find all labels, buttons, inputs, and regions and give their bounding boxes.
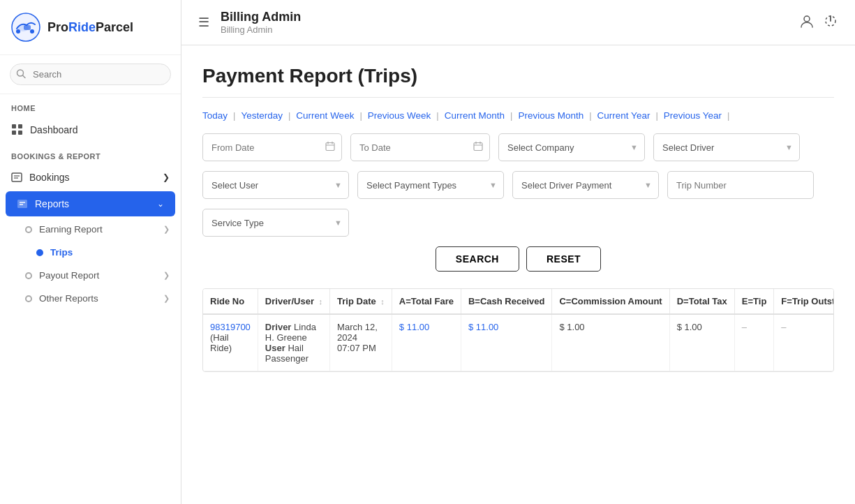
payout-report-dot [25, 272, 32, 279]
select-payment-types-wrap: Select Payment Types ▼ [357, 171, 504, 199]
sidebar-subitem-other-reports[interactable]: Other Reports ❯ [0, 287, 181, 310]
results-table-wrap: Ride No Driver/User ↕ Trip Date ↕ A=Tota… [202, 288, 834, 372]
filter-current-week[interactable]: Current Week [290, 110, 359, 121]
reports-arrow-icon: ⌄ [157, 199, 164, 209]
page-title: Payment Report (Trips) [202, 65, 834, 87]
trip-date-sort-icon[interactable]: ↕ [380, 297, 385, 306]
trip-number-input[interactable] [667, 171, 814, 199]
search-icon [16, 68, 26, 80]
cell-commission: $ 1.00 [552, 314, 669, 371]
svg-point-2 [16, 29, 20, 34]
trips-label: Trips [50, 247, 73, 258]
total-fare-link[interactable]: $ 11.00 [399, 322, 429, 332]
col-total-fare: A=Total Fare [392, 289, 461, 314]
bookings-label: Bookings [29, 172, 70, 183]
ride-type: (Hail Ride) [210, 332, 232, 353]
select-service-type[interactable]: Service Type [202, 209, 349, 237]
svg-rect-8 [18, 124, 22, 128]
ride-no-link[interactable]: 98319700 [210, 322, 251, 332]
from-date-input[interactable] [202, 133, 342, 161]
topbar-main-title: Billing Admin [221, 10, 788, 24]
earning-report-arrow: ❯ [163, 225, 170, 234]
sidebar: ProRideParcel HOME Dashboard BOOKINGS & … [0, 0, 181, 504]
sidebar-section-home: HOME Dashboard [0, 94, 181, 142]
select-driver[interactable]: Select Driver [653, 133, 800, 161]
dashboard-label: Dashboard [30, 124, 78, 135]
col-driver-user: Driver/User ↕ [258, 289, 329, 314]
sidebar-subitem-payout-report[interactable]: Payout Report ❯ [0, 264, 181, 287]
cell-total-fare: $ 11.00 [392, 314, 461, 371]
logo-icon [11, 13, 40, 42]
svg-rect-9 [12, 131, 16, 135]
svg-rect-7 [12, 124, 16, 128]
driver-user-sort-icon[interactable]: ↕ [319, 297, 323, 306]
reports-label: Reports [35, 198, 69, 209]
svg-rect-11 [12, 173, 22, 181]
filter-today[interactable]: Today [202, 110, 233, 121]
user-icon[interactable] [799, 13, 815, 32]
col-trip-date: Trip Date ↕ [330, 289, 392, 314]
col-outstanding: F=Trip Outstanding Amount [774, 289, 834, 314]
sidebar-item-bookings[interactable]: Bookings ❯ [0, 165, 181, 190]
from-date-wrap [202, 133, 342, 161]
filter-previous-month[interactable]: Previous Month [512, 110, 589, 121]
select-user[interactable]: Select User [202, 171, 349, 199]
topbar: ☰ Billing Admin Billing Admin [181, 0, 855, 45]
select-payment-types[interactable]: Select Payment Types [357, 171, 504, 199]
svg-rect-10 [18, 131, 22, 135]
filter-previous-week[interactable]: Previous Week [362, 110, 437, 121]
user-label: User [265, 343, 285, 353]
sidebar-item-reports[interactable]: Reports ⌄ [6, 191, 175, 216]
svg-rect-14 [17, 200, 27, 208]
bookings-arrow-icon: ❯ [163, 172, 170, 182]
payout-report-label: Payout Report [39, 270, 99, 281]
cell-outstanding: – [774, 314, 834, 371]
title-divider [202, 97, 834, 98]
col-ride-no: Ride No [203, 289, 258, 314]
results-table: Ride No Driver/User ↕ Trip Date ↕ A=Tota… [203, 289, 834, 371]
main-area: ☰ Billing Admin Billing Admin Payment Re… [181, 0, 855, 504]
select-company-wrap: Select Company ▼ [498, 133, 645, 161]
sidebar-search-wrap [0, 55, 181, 94]
trip-time: 07:07 PM [337, 343, 376, 353]
select-company[interactable]: Select Company [498, 133, 645, 161]
other-reports-label: Other Reports [39, 293, 98, 304]
bookings-icon [11, 172, 22, 183]
filter-current-month[interactable]: Current Month [439, 110, 510, 121]
table-row: 98319700 (Hail Ride) Driver Linda H. Gre… [203, 314, 834, 371]
filter-row-2: Select User ▼ Select Payment Types ▼ Sel… [202, 171, 834, 199]
topbar-title-wrap: Billing Admin Billing Admin [221, 10, 788, 35]
payout-report-arrow: ❯ [163, 271, 170, 280]
sidebar-section-bookings: BOOKINGS & REPORT Bookings ❯ Reports ⌄ E… [0, 142, 181, 310]
power-icon[interactable] [823, 13, 838, 32]
logo: ProRideParcel [0, 0, 181, 55]
table-header-row: Ride No Driver/User ↕ Trip Date ↕ A=Tota… [203, 289, 834, 314]
sidebar-subitem-earning-report[interactable]: Earning Report ❯ [0, 218, 181, 241]
svg-point-17 [804, 16, 810, 22]
dashboard-icon [11, 124, 23, 135]
filter-row-1: Select Company ▼ Select Driver ▼ [202, 133, 834, 161]
cell-total-tax: $ 1.00 [669, 314, 734, 371]
col-commission: C=Commission Amount [552, 289, 669, 314]
sidebar-item-dashboard[interactable]: Dashboard [0, 117, 181, 142]
home-section-label: HOME [0, 94, 181, 117]
filter-current-year[interactable]: Current Year [592, 110, 656, 121]
reset-button[interactable]: RESET [526, 246, 601, 272]
col-cash-received: B=Cash Received [461, 289, 551, 314]
select-driver-payment[interactable]: Select Driver Payment [512, 171, 659, 199]
search-input[interactable] [10, 64, 171, 85]
filter-yesterday[interactable]: Yesterday [235, 110, 288, 121]
trip-date: March 12, 2024 [337, 322, 378, 343]
menu-icon[interactable]: ☰ [198, 15, 209, 30]
topbar-sub-title: Billing Admin [221, 24, 788, 35]
sidebar-subitem-trips[interactable]: Trips [0, 241, 181, 264]
filter-previous-year[interactable]: Previous Year [658, 110, 727, 121]
svg-rect-4 [24, 25, 31, 30]
filter-row-3: Service Type ▼ [202, 209, 834, 237]
other-reports-arrow: ❯ [163, 294, 170, 303]
action-row: SEARCH RESET [202, 246, 834, 272]
cash-received-link[interactable]: $ 11.00 [468, 322, 498, 332]
date-filters: Today | Yesterday | Current Week | Previ… [202, 110, 834, 121]
to-date-input[interactable] [350, 133, 490, 161]
search-button[interactable]: SEARCH [436, 246, 519, 272]
